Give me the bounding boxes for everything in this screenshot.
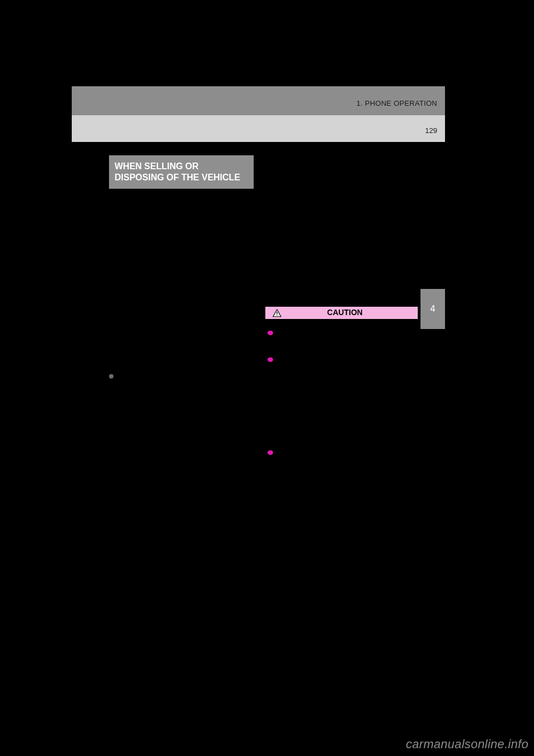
data-list-item: • Speed dial data — [109, 297, 255, 308]
caution-bullet: Before using Bluetooth® devices, users o… — [268, 448, 416, 558]
caution-body: Do not use a cellular phone or connect t… — [265, 319, 418, 566]
data-list-item: • Details setting — [109, 336, 255, 347]
page-number: 129 — [425, 126, 437, 135]
data-list-item: • Volume setting — [109, 323, 255, 334]
section-title: WHEN SELLING OR DISPOSING OF THE VEHICLE — [109, 155, 254, 189]
caution-label: CAUTION — [272, 307, 418, 318]
bullet-icon — [109, 374, 113, 379]
phonebook-list-item: • Speed dial data — [265, 291, 418, 302]
left-column: A lot of personal data is registered whe… — [109, 186, 255, 408]
caution-bullet-text: Before using Bluetooth® devices, users o… — [277, 448, 416, 558]
data-list-item: • Bluetooth® phone data — [109, 310, 255, 321]
caution-bullet-text: Do not use a cellular phone or connect t… — [277, 328, 416, 350]
section-tab: 4 — [421, 289, 445, 329]
caution-bullet-text: Your audio unit is fitted with Bluetooth… — [277, 355, 416, 443]
manual-page: 1. PHONE OPERATION 129 WHEN SELLING OR D… — [0, 0, 534, 756]
caution-header: CAUTION — [265, 307, 418, 319]
about-phonebook-title: ABOUT THE PHONEBOOK IN THIS SYSTEM — [265, 189, 418, 212]
data-list-intro: The following data in the system can be … — [109, 243, 255, 266]
pink-bullet-icon — [268, 450, 273, 455]
right-column: ABOUT THE PHONEBOOK IN THIS SYSTEM The f… — [265, 189, 418, 566]
pink-bullet-icon — [268, 331, 273, 335]
phonebook-list: • Phonebook data• Call history data• Spe… — [265, 267, 418, 302]
section-tab-number: 4 — [431, 304, 436, 314]
caution-bullet: Your audio unit is fitted with Bluetooth… — [268, 355, 416, 443]
information-text: Once initialized, the data and settings … — [118, 371, 255, 405]
about-phonebook-body: The following data is stored for every r… — [265, 217, 418, 262]
caution-box: CAUTION Do not use a cellular phone or c… — [265, 307, 418, 566]
phonebook-list-item: • Phonebook data — [265, 267, 418, 278]
information-bullet: Once initialized, the data and settings … — [109, 371, 255, 405]
phonebook-list-item: • Call history data — [265, 279, 418, 290]
data-list: • Phonebook data• Call history data• Spe… — [109, 271, 255, 347]
data-list-item: • Phonebook data — [109, 271, 255, 282]
intro-text: A lot of personal data is registered whe… — [109, 192, 255, 237]
breadcrumb: 1. PHONE OPERATION — [357, 99, 437, 107]
pink-bullet-icon — [268, 357, 273, 362]
caution-bullet: Do not use a cellular phone or connect t… — [268, 328, 416, 350]
information-heading: INFORMATION — [109, 354, 255, 365]
section-tab-label: BLUETOOTH® HANDS-FREE SYSTEM — [449, 283, 461, 371]
data-list-item: • Call history data — [109, 284, 255, 295]
watermark-text: carmanualsonline.info — [406, 737, 528, 752]
page-header: 1. PHONE OPERATION 129 — [72, 86, 445, 142]
